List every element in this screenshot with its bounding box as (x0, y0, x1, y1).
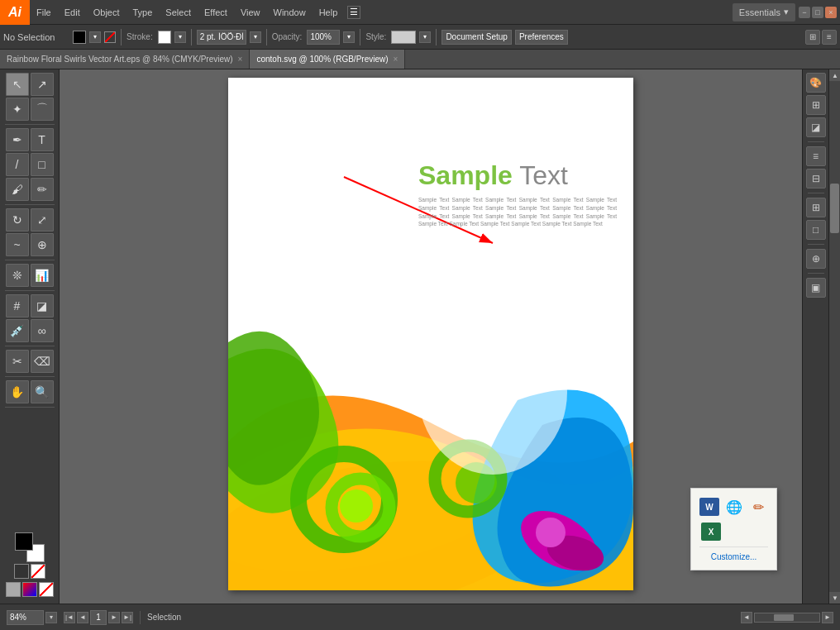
zoom-dropdown[interactable]: ▾ (45, 612, 57, 623)
gradient-swatch[interactable] (22, 582, 37, 597)
rotate-tool[interactable]: ↻ (6, 208, 29, 231)
type-tool[interactable]: T (31, 128, 54, 151)
maximize-button[interactable]: □ (812, 7, 823, 18)
page-number-input[interactable] (90, 610, 107, 625)
opacity-input[interactable] (307, 30, 340, 45)
align-panel-btn[interactable]: ⊞ (806, 198, 826, 217)
zoom-tool[interactable]: 🔍 (31, 380, 54, 403)
symbol-sprayer-tool[interactable]: ❊ (6, 264, 29, 287)
last-page-btn[interactable]: ►| (122, 612, 133, 623)
canvas-area[interactable]: Sample Text Sample Text Sample Text Samp… (60, 69, 802, 604)
scroll-left-btn[interactable]: ◄ (741, 612, 752, 623)
essentials-button[interactable]: Essentials ▾ (733, 3, 795, 21)
scroll-down-btn[interactable]: ▼ (829, 592, 840, 604)
first-page-btn[interactable]: |◄ (64, 612, 75, 623)
style-swatch[interactable] (391, 31, 416, 44)
line-tool[interactable]: / (6, 153, 29, 176)
popup-chrome-icon[interactable]: 🌐 (724, 497, 744, 517)
selection-tool[interactable]: ↖ (6, 73, 29, 96)
lasso-tool[interactable]: ⌒ (31, 98, 54, 121)
style-dropdown[interactable]: ▾ (419, 31, 431, 43)
blend-tool[interactable]: ∞ (31, 319, 54, 342)
minimize-button[interactable]: − (799, 7, 810, 18)
fill-color-swatch[interactable] (73, 31, 86, 44)
opacity-label: Opacity: (272, 32, 303, 41)
menu-file[interactable]: File (30, 0, 58, 24)
fill-indicator[interactable] (104, 31, 116, 43)
vertical-scrollbar[interactable]: ▲ ▼ (828, 69, 840, 604)
scroll-thumb[interactable] (830, 184, 839, 233)
column-graph-tool[interactable]: 📊 (31, 264, 54, 287)
prev-page-btn[interactable]: ◄ (77, 612, 88, 623)
foreground-color-swatch[interactable] (15, 532, 33, 551)
stroke-dropdown[interactable]: ▾ (174, 31, 186, 43)
opacity-dropdown[interactable]: ▾ (343, 31, 355, 43)
tab-eps[interactable]: Rainbow Floral Swirls Vector Art.eps @ 8… (0, 50, 250, 69)
document-setup-button[interactable]: Document Setup (441, 30, 512, 45)
h-scroll-thumb[interactable] (774, 614, 793, 621)
close-button[interactable]: × (825, 7, 837, 18)
preferences-button[interactable]: Preferences (515, 30, 568, 45)
mesh-tool[interactable]: # (6, 294, 29, 317)
tab-eps-close[interactable]: × (238, 55, 243, 64)
next-page-btn[interactable]: ► (108, 612, 120, 623)
menu-window[interactable]: Window (267, 0, 313, 24)
menu-object[interactable]: Object (87, 0, 126, 24)
swatches-panel-btn[interactable]: ⊞ (806, 95, 826, 115)
h-scroll-track[interactable] (754, 613, 820, 623)
menu-select[interactable]: Select (159, 0, 198, 24)
stroke-fill-swatch[interactable] (14, 564, 29, 579)
scroll-up-btn[interactable]: ▲ (829, 69, 840, 81)
appearance-panel-btn[interactable]: ⊟ (806, 169, 826, 189)
scale-tool[interactable]: ⤢ (31, 208, 54, 231)
eyedropper-tool[interactable]: 💉 (6, 319, 29, 342)
panel-arrange-btn[interactable]: ≡ (822, 30, 837, 45)
zoom-input[interactable] (7, 610, 44, 625)
menu-effect[interactable]: Effect (198, 0, 234, 24)
scroll-right-btn[interactable]: ► (822, 612, 833, 623)
none-fill-swatch[interactable] (39, 582, 54, 597)
scissors-tool[interactable]: ✂ (6, 350, 29, 373)
transform-panel-btn[interactable]: □ (806, 220, 826, 240)
layers-panel-btn[interactable]: ⊕ (806, 249, 826, 269)
workspace-toggle[interactable]: ☰ (347, 6, 360, 19)
magic-wand-tool[interactable]: ✦ (6, 98, 29, 121)
popup-word-icon[interactable]: W (699, 497, 719, 517)
panel-icons-btn[interactable]: ⊞ (805, 30, 820, 45)
direct-selection-tool[interactable]: ↗ (31, 73, 54, 96)
menu-edit[interactable]: Edit (58, 0, 87, 24)
none-swatch[interactable] (31, 564, 45, 579)
stroke-panel-btn[interactable]: ≡ (806, 146, 826, 166)
stroke-color-swatch[interactable] (158, 31, 171, 44)
fill-dropdown[interactable]: ▾ (89, 31, 101, 43)
scroll-track[interactable] (829, 81, 840, 592)
gradient-panel-btn[interactable]: ◪ (806, 117, 826, 137)
popup-pen-icon[interactable]: ✏ (749, 497, 768, 517)
grayscale-swatch[interactable] (6, 582, 21, 597)
shape-tool[interactable]: □ (31, 153, 54, 176)
pen-tool[interactable]: ✒ (6, 128, 29, 151)
tab-svg-close[interactable]: × (394, 55, 399, 64)
tab-svg[interactable]: contoh.svg @ 100% (RGB/Preview) × (250, 50, 405, 69)
gradient-tool[interactable]: ◪ (31, 294, 54, 317)
artboards-panel-btn[interactable]: ▣ (806, 278, 826, 298)
document-canvas[interactable]: Sample Text Sample Text Sample Text Samp… (228, 78, 633, 590)
menu-help[interactable]: Help (313, 0, 345, 24)
tab-eps-label: Rainbow Floral Swirls Vector Art.eps @ 8… (7, 55, 233, 64)
tool-row-6: ↻ ⤢ (6, 208, 54, 231)
eraser-tool[interactable]: ⌫ (31, 350, 54, 373)
customize-button[interactable]: Customize... (699, 546, 768, 561)
color-panel-btn[interactable]: 🎨 (806, 73, 826, 93)
stroke-weight-dropdown[interactable]: ▾ (250, 31, 261, 43)
hand-tool[interactable]: ✋ (6, 380, 29, 403)
free-transform-tool[interactable]: ⊕ (31, 233, 54, 256)
menu-view[interactable]: View (234, 0, 267, 24)
paintbrush-tool[interactable]: 🖌 (6, 178, 29, 201)
tabs-bar: Rainbow Floral Swirls Vector Art.eps @ 8… (0, 50, 840, 69)
toolbar-sep-2 (191, 29, 192, 45)
pencil-tool[interactable]: ✏ (31, 178, 54, 201)
menu-type[interactable]: Type (126, 0, 160, 24)
stroke-weight-input[interactable]: 2 pt. ÍÔÕ·ÐÍ (197, 30, 246, 45)
warp-tool[interactable]: ~ (6, 233, 29, 256)
popup-excel-icon[interactable]: X (699, 522, 723, 542)
